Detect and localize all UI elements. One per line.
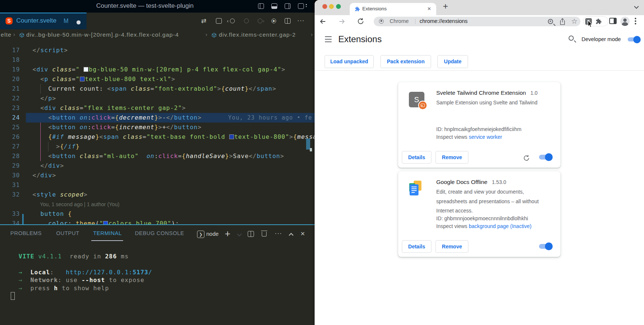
breadcrumb-item-div1[interactable]: div..bg-blue-50.min-w-[20rem].p-4.flex.f… bbox=[26, 31, 179, 38]
side-panel-icon[interactable] bbox=[609, 18, 617, 24]
breadcrumb-item-file[interactable]: elte bbox=[1, 31, 11, 38]
nav-circle-icon[interactable] bbox=[244, 19, 249, 23]
code-line-34[interactable]: 34 color: theme("colors.blue.700"); bbox=[0, 219, 315, 224]
line-number: 24 bbox=[0, 113, 20, 123]
extensions-puzzle-icon[interactable] bbox=[595, 18, 602, 25]
pack-extension-button[interactable]: Pack extension bbox=[380, 55, 431, 68]
code-line-33[interactable]: 33 button { bbox=[0, 209, 315, 219]
extension-toggle[interactable] bbox=[539, 244, 552, 249]
google-docs-icon bbox=[409, 181, 423, 195]
toggle-panel-icon[interactable] bbox=[271, 3, 277, 9]
back-icon[interactable] bbox=[319, 18, 326, 25]
chrome-toolbar: Chrome chrome://extensions + ☆ S bbox=[315, 15, 644, 28]
line-number: 34 bbox=[0, 219, 20, 224]
zoom-icon[interactable]: + bbox=[548, 19, 553, 24]
details-button[interactable]: Details bbox=[402, 240, 431, 253]
code-line-31[interactable]: 31 bbox=[0, 180, 315, 190]
tab-counter-svelte[interactable]: S Counter.svelte M bbox=[0, 13, 87, 29]
mac-zoom-button[interactable] bbox=[336, 4, 341, 9]
toggle-secondary-sidebar-icon[interactable] bbox=[285, 3, 291, 9]
toggle-primary-sidebar-icon[interactable] bbox=[258, 3, 264, 9]
forward-icon[interactable] bbox=[339, 18, 345, 25]
code-line-24[interactable]: 24 <button on:click={decrement}>-</butto… bbox=[0, 113, 315, 123]
color-swatch bbox=[84, 67, 88, 72]
load-unpacked-button[interactable]: Load unpacked bbox=[325, 55, 374, 68]
line-number: 20 bbox=[0, 74, 20, 84]
extensions-menu-icon[interactable] bbox=[325, 36, 332, 44]
open-changes-icon[interactable] bbox=[216, 18, 222, 24]
site-info-icon[interactable] bbox=[379, 19, 384, 24]
chrome-menu-icon[interactable] bbox=[635, 18, 636, 26]
code-line-18[interactable]: 18 bbox=[0, 55, 315, 65]
breadcrumb-chevron-icon: › bbox=[311, 31, 313, 37]
nav-back-icon[interactable]: ‹ bbox=[230, 19, 235, 23]
line-number: 27 bbox=[0, 142, 20, 151]
symbol-cube-icon bbox=[211, 33, 217, 38]
puzzle-favicon bbox=[355, 6, 360, 12]
inspect-views: Inspect views background page (Inactive) bbox=[436, 223, 532, 229]
customize-layout-icon[interactable] bbox=[298, 3, 304, 9]
code-line-26[interactable]: 26 {#if message}<span class="text-base f… bbox=[0, 132, 315, 142]
code-line-25[interactable]: 25 <button on:click={increment}>+</butto… bbox=[0, 123, 315, 132]
code-line-19[interactable]: 19<div class=" bg-blue-50 min-w-[20rem] … bbox=[0, 65, 315, 74]
extension-toggle[interactable] bbox=[539, 155, 552, 160]
service-worker-link[interactable]: service worker bbox=[469, 134, 502, 140]
extension-name: Google Docs Offline1.53.0 bbox=[436, 179, 506, 185]
mac-close-button[interactable] bbox=[322, 4, 327, 9]
line-number: 32 bbox=[0, 190, 20, 200]
mac-minimize-button[interactable] bbox=[329, 4, 334, 9]
reload-extension-icon[interactable] bbox=[523, 155, 530, 161]
line-number: 19 bbox=[0, 65, 20, 74]
code-line-21[interactable]: 21 Current count: <span class="font-extr… bbox=[0, 84, 315, 94]
editor-more-actions-icon[interactable]: ··· bbox=[297, 17, 305, 24]
details-button[interactable]: Details bbox=[402, 151, 431, 164]
vscode-window: Counter.svelte — test-svelte-plugin S Co… bbox=[0, 0, 315, 325]
reload-icon[interactable] bbox=[357, 18, 364, 25]
code-line-17[interactable]: 17</script> bbox=[0, 46, 315, 55]
share-icon[interactable] bbox=[559, 18, 566, 25]
extension-card-svelte: S Svelete Tailwind Chrome Extension1.0 S… bbox=[398, 82, 560, 168]
search-icon[interactable] bbox=[569, 36, 574, 41]
terminal-output[interactable]: VITE v4.1.1 ready in 286 ms → Local: htt… bbox=[0, 225, 315, 325]
remove-button[interactable]: Remove bbox=[435, 240, 468, 253]
split-editor-icon[interactable] bbox=[285, 18, 291, 24]
code-editor[interactable]: 17</script>1819<div class=" bg-blue-50 m… bbox=[0, 41, 315, 224]
nav-forward-icon[interactable]: › bbox=[258, 19, 262, 23]
update-button[interactable]: Update bbox=[437, 55, 468, 68]
tab-search-chevron-icon[interactable] bbox=[634, 4, 639, 9]
breadcrumb: elte › div..bg-blue-50.min-w-[20rem].p-4… bbox=[0, 29, 315, 41]
omnibox-url[interactable]: chrome://extensions bbox=[420, 18, 468, 24]
git-lens-annotation[interactable]: You, 1 second ago | 1 author (You) bbox=[0, 200, 315, 209]
compare-changes-icon[interactable]: ⇄ bbox=[201, 17, 206, 25]
chrome-tab-strip: Extensions × + bbox=[315, 0, 644, 15]
line-number: 33 bbox=[0, 209, 20, 219]
code-line-22[interactable]: 22 </p> bbox=[0, 94, 315, 103]
terminal-line-0: VITE v4.1.1 ready in 286 ms bbox=[11, 252, 129, 260]
omnibox[interactable]: Chrome chrome://extensions + ☆ bbox=[374, 17, 580, 26]
profile-avatar[interactable] bbox=[620, 17, 630, 26]
new-tab-button[interactable]: + bbox=[443, 1, 448, 11]
code-line-30[interactable]: 30</div> bbox=[0, 171, 315, 180]
terminal-cursor bbox=[11, 292, 15, 300]
bookmark-star-icon[interactable]: ☆ bbox=[571, 17, 577, 26]
breadcrumb-item-div2[interactable]: div.flex.items-center.gap-2 bbox=[219, 31, 296, 38]
line-number: 26 bbox=[0, 132, 20, 142]
tab-close-icon[interactable]: × bbox=[427, 5, 431, 13]
code-line-28[interactable]: 28 <button class="ml-auto" on:click={han… bbox=[0, 151, 315, 161]
remove-button[interactable]: Remove bbox=[435, 151, 468, 164]
code-line-20[interactable]: 20 <p class="text-blue-800 text-xl"> bbox=[0, 74, 315, 84]
run-icon[interactable]: ▶ bbox=[271, 19, 276, 23]
code-line-29[interactable]: 29 </div> bbox=[0, 161, 315, 171]
unsaved-dot-icon[interactable] bbox=[77, 20, 81, 24]
extension-id: ID: ghbmnnjooekpmoecnnnilnnbdlolhkhi bbox=[436, 215, 528, 221]
browser-tab-extensions[interactable]: Extensions × bbox=[350, 3, 436, 15]
background-page-link[interactable]: background page (Inactive) bbox=[469, 223, 532, 229]
code-line-27[interactable]: 27 >{/if} bbox=[0, 142, 315, 151]
mouse-cursor bbox=[587, 20, 593, 29]
code-line-32[interactable]: 32<style scoped> bbox=[0, 190, 315, 200]
developer-mode-toggle[interactable] bbox=[628, 37, 640, 41]
symbol-cube-icon bbox=[19, 33, 24, 38]
omnibox-separator bbox=[415, 19, 416, 24]
layout-dots-icon[interactable] bbox=[306, 4, 307, 8]
code-line-23[interactable]: 23 <div class="flex items-center gap-2"> bbox=[0, 103, 315, 113]
